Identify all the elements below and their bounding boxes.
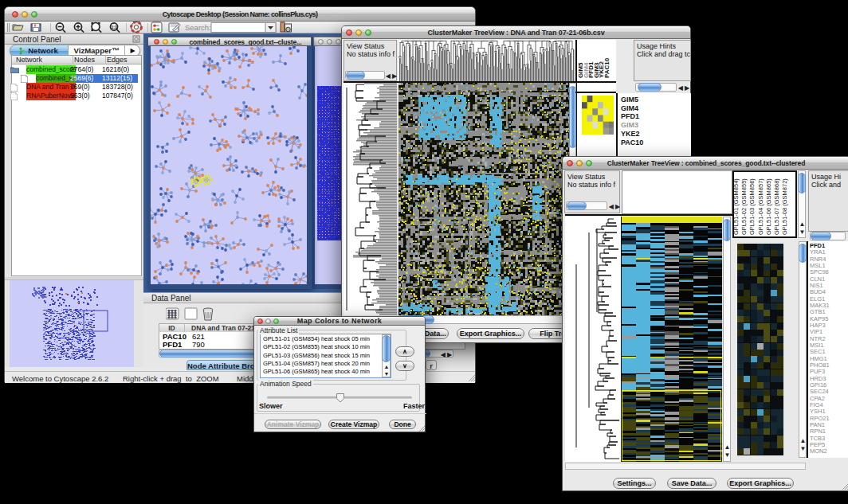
svg-text:1:1: 1:1 (111, 25, 117, 29)
svg-text:Search:: Search: (185, 23, 211, 32)
